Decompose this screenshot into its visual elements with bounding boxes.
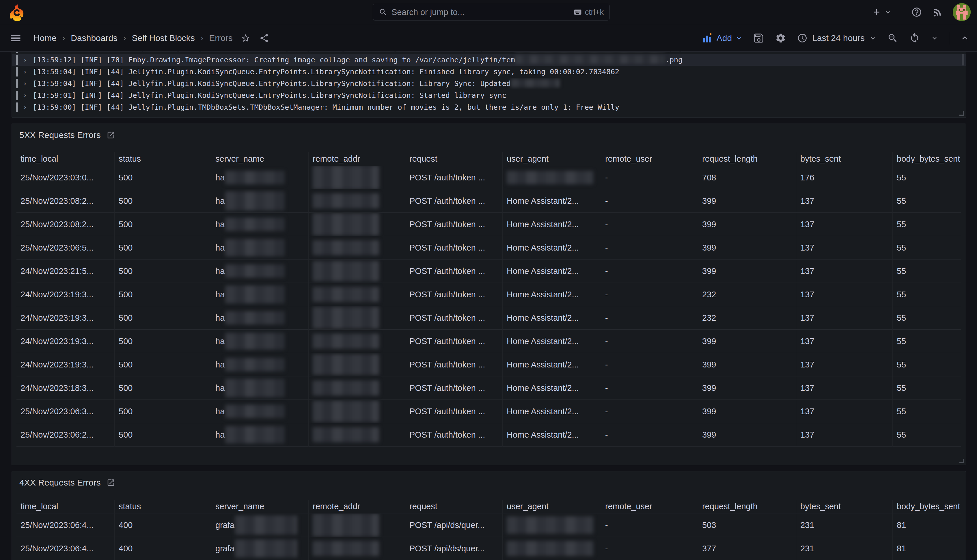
log-row[interactable]: ›[13:59:00] [INF] [44] Jellyfin.Plugin.T… — [12, 101, 966, 113]
table-cell-body_bytes_sent: 55 — [893, 260, 961, 283]
breadcrumb-dashboards[interactable]: Dashboards — [71, 33, 117, 43]
column-header-time_local[interactable]: time_local — [17, 500, 115, 513]
refresh-icon[interactable] — [909, 33, 920, 43]
column-header-remote_user[interactable]: remote_user — [601, 500, 698, 513]
table-cell-status: 500 — [115, 283, 211, 306]
table-cell-server_name: ha — [211, 306, 308, 330]
table-cell-body_bytes_sent: 81 — [893, 513, 961, 537]
log-expand-icon[interactable]: › — [23, 103, 27, 111]
log-text: .png — [665, 56, 682, 64]
plus-icon — [872, 7, 882, 17]
redacted-value — [225, 264, 284, 278]
panel-resize-grip[interactable] — [959, 459, 964, 463]
column-header-remote_addr[interactable]: remote_addr — [308, 500, 405, 513]
log-text: [13:59:00] [INF] [44] Jellyfin.Plugin.TM… — [33, 103, 619, 112]
table-cell-time_local: 25/Nov/2023:06:2... — [17, 423, 115, 447]
column-header-server_name[interactable]: server_name — [211, 500, 308, 513]
table-cell-remote_user: - — [601, 513, 698, 537]
redacted-value — [313, 193, 379, 208]
table-cell-user_agent: Home Assistant/2... — [503, 260, 601, 283]
table-cell-body_bytes_sent: 55 — [893, 306, 961, 330]
new-menu-button[interactable] — [872, 7, 891, 17]
log-row[interactable]: ›[13:59:12] [INF] [70] Emby.Drawing.Imag… — [12, 52, 966, 54]
table-cell-bytes_sent: 137 — [796, 189, 893, 213]
external-link-icon[interactable] — [107, 131, 115, 139]
table-cell-bytes_sent: 137 — [796, 377, 893, 400]
redacted-value — [511, 79, 560, 87]
table-row: 24/Nov/2023:18:3...500haPOST /auth/token… — [17, 377, 961, 400]
star-icon[interactable] — [241, 33, 251, 43]
table-cell-request: POST /auth/token ... — [405, 377, 503, 400]
breadcrumb: Home › Dashboards › Self Host Blocks › E… — [33, 33, 233, 43]
add-button[interactable]: Add — [702, 32, 742, 44]
column-header-server_name[interactable]: server_name — [211, 152, 308, 166]
table-row: 25/Nov/2023:06:4...400grafaPOST /api/ds/… — [17, 513, 961, 537]
save-dashboard-icon[interactable] — [753, 33, 764, 43]
panel-title[interactable]: 5XX Requests Errors — [19, 130, 115, 140]
table-cell-body_bytes_sent: 55 — [893, 166, 961, 189]
breadcrumb-folder[interactable]: Self Host Blocks — [132, 33, 195, 43]
log-expand-icon[interactable]: › — [23, 68, 27, 75]
column-header-remote_addr[interactable]: remote_addr — [308, 152, 405, 166]
news-rss-icon[interactable] — [932, 7, 943, 18]
column-header-user_agent[interactable]: user_agent — [503, 500, 601, 513]
column-header-request_length[interactable]: request_length — [698, 500, 796, 513]
log-row[interactable]: ›[13:59:04] [INF] [44] Jellyfin.Plugin.K… — [12, 78, 966, 90]
refresh-interval-dropdown[interactable] — [931, 35, 938, 42]
log-expand-icon[interactable]: › — [23, 80, 27, 87]
menu-icon[interactable] — [9, 32, 22, 45]
table-cell-request_length: 232 — [698, 283, 796, 306]
panel-title[interactable]: 4XX Requests Errors — [19, 478, 115, 488]
column-header-bytes_sent[interactable]: bytes_sent — [796, 152, 893, 166]
column-header-user_agent[interactable]: user_agent — [503, 152, 601, 166]
column-header-time_local[interactable]: time_local — [17, 152, 115, 166]
table-cell-status: 500 — [115, 236, 211, 260]
log-expand-icon[interactable]: › — [23, 56, 27, 63]
column-header-bytes_sent[interactable]: bytes_sent — [796, 500, 893, 513]
breadcrumb-home[interactable]: Home — [33, 33, 57, 43]
log-expand-icon[interactable]: › — [23, 92, 27, 99]
column-header-request[interactable]: request — [405, 500, 503, 513]
log-scrollbar[interactable] — [962, 54, 964, 65]
table-cell-server_name: ha — [211, 260, 308, 283]
table-cell-time_local: 25/Nov/2023:06:5... — [17, 236, 115, 260]
panel-5xx-requests-errors: 5XX Requests Errors time_localstatusserv… — [12, 123, 966, 465]
redacted-value — [313, 427, 379, 442]
column-header-request[interactable]: request — [405, 152, 503, 166]
help-icon[interactable] — [911, 7, 922, 18]
log-row[interactable]: ›[13:59:12] [INF] [70] Emby.Drawing.Imag… — [12, 54, 966, 66]
table-cell-body_bytes_sent: 55 — [893, 189, 961, 213]
zoom-out-icon[interactable] — [887, 33, 898, 43]
table-cell-server_name: ha — [211, 213, 308, 236]
table-cell-server_name: ha — [211, 236, 308, 260]
dashboard-settings-icon[interactable] — [775, 33, 786, 43]
table-cell-remote_user: - — [601, 306, 698, 330]
table-cell-request: POST /api/ds/quer... — [405, 513, 503, 537]
table-cell-user_agent: Home Assistant/2... — [503, 283, 601, 306]
search-input[interactable]: Search or jump to... ctrl+k — [373, 4, 610, 20]
column-header-body_bytes_sent[interactable]: body_bytes_sent — [893, 152, 961, 166]
divider — [949, 32, 949, 45]
column-header-status[interactable]: status — [115, 500, 211, 513]
log-row[interactable]: ›[13:59:01] [INF] [44] Jellyfin.Plugin.K… — [12, 90, 966, 101]
table-cell-user_agent: Home Assistant/2... — [503, 189, 601, 213]
panel-resize-grip[interactable] — [959, 111, 964, 116]
column-header-remote_user[interactable]: remote_user — [601, 152, 698, 166]
grafana-logo[interactable] — [8, 3, 27, 22]
table-row: 25/Nov/2023:08:2...500haPOST /auth/token… — [17, 189, 961, 213]
table-row: 25/Nov/2023:06:5...500haPOST /auth/token… — [17, 236, 961, 260]
log-row[interactable]: ›[13:59:04] [INF] [44] Jellyfin.Plugin.K… — [12, 66, 966, 78]
redacted-value — [313, 240, 379, 255]
table-cell-user_agent: Home Assistant/2... — [503, 400, 601, 423]
avatar[interactable] — [953, 3, 970, 21]
time-range-picker[interactable]: Last 24 hours — [797, 33, 876, 43]
redacted-value — [225, 358, 284, 371]
table-row: 25/Nov/2023:06:2...500haPOST /auth/token… — [17, 423, 961, 447]
column-header-request_length[interactable]: request_length — [698, 152, 796, 166]
share-icon[interactable] — [259, 33, 269, 43]
column-header-body_bytes_sent[interactable]: body_bytes_sent — [893, 500, 961, 513]
column-header-status[interactable]: status — [115, 152, 211, 166]
redacted-value — [235, 515, 297, 535]
external-link-icon[interactable] — [107, 478, 115, 487]
collapse-toolbar-icon[interactable] — [960, 33, 969, 43]
